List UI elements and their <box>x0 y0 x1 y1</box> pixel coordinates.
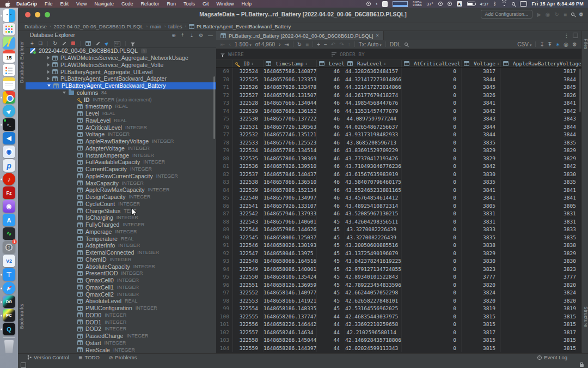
grid-cell[interactable]: 46 <box>317 107 345 116</box>
grid-cell[interactable]: 42.53164556962025 <box>345 305 402 313</box>
grid-cell[interactable]: 3829 <box>462 250 501 258</box>
grid-cell[interactable]: 3826 <box>462 92 501 100</box>
grid-cell[interactable]: 3845 <box>462 83 501 92</box>
toolwindow-database-explorer-label[interactable]: Database Explorer <box>19 41 24 83</box>
grid-cell[interactable]: 1648657886.152134 <box>264 186 317 195</box>
vscode-icon[interactable]: ◀ <box>3 132 15 144</box>
grid-cell[interactable]: 45 <box>317 273 345 281</box>
export-data-icon[interactable]: ↧ <box>540 41 544 47</box>
tree-column-item[interactable]: ChargeStatusTEXT <box>26 207 216 214</box>
breadcrumb-item[interactable]: tables <box>168 23 182 29</box>
grid-cell[interactable]: 0 <box>402 289 462 297</box>
grid-cell[interactable]: 3831 <box>501 210 581 218</box>
grid-cell[interactable]: 322531 <box>233 123 264 131</box>
record-icon[interactable] <box>366 2 371 6</box>
terminal-icon[interactable]: >_ <box>3 118 15 131</box>
grid-cell[interactable]: 3815 <box>501 345 581 353</box>
grid-cell[interactable]: 322529 <box>233 107 264 116</box>
tree-column-item[interactable]: AppleRawBatteryVoltageINTEGER <box>26 138 216 145</box>
where-filter-input[interactable]: WHERE <box>216 51 327 57</box>
grid-cell[interactable]: 0 <box>402 139 462 147</box>
reload-data-icon[interactable]: ↻ <box>297 41 302 47</box>
undo-icon[interactable]: ↶ <box>331 41 335 47</box>
grid-cell[interactable]: 1648658266.1450448 <box>264 336 317 345</box>
menu-view[interactable]: View <box>72 1 90 7</box>
grid-cell[interactable]: 3838 <box>501 242 581 250</box>
grid-cell[interactable]: 322549 <box>233 266 264 274</box>
menu-edit[interactable]: Edit <box>57 1 73 7</box>
grid-scrollbar[interactable] <box>579 69 581 112</box>
grid-cell[interactable]: 1648657986.1446261 <box>264 226 317 234</box>
netease-icon[interactable]: ♪ <box>3 173 15 185</box>
sort-indicator-icon[interactable]: ↕ <box>384 62 386 66</box>
tree-column-item[interactable]: QmaxCell1INTEGER <box>26 284 216 291</box>
temperature-indicator[interactable]: 37° <box>427 2 433 7</box>
grid-cell[interactable]: 322524 <box>233 68 264 76</box>
grid-cell[interactable]: 3842 <box>462 107 501 116</box>
grid-cell[interactable]: 3817 <box>501 68 581 76</box>
grid-cell[interactable]: 0 <box>402 226 462 234</box>
grid-cell[interactable]: 3819 <box>501 305 581 313</box>
grid-cell[interactable]: 0 <box>402 305 462 313</box>
tree-column-item[interactable]: PresentDODINTEGER <box>26 270 216 277</box>
tree-table-item[interactable]: PLBatteryAgent_EventBackward_Battery <box>26 82 216 89</box>
debug-button[interactable]: ◉ <box>546 11 550 17</box>
grid-cell[interactable]: 46 <box>317 178 345 186</box>
grid-cell[interactable]: 45 <box>317 218 345 226</box>
submit-changes-icon[interactable] <box>63 41 66 45</box>
edit-icon[interactable] <box>96 41 100 45</box>
grid-cell[interactable]: 322532 <box>233 131 264 139</box>
v2-icon[interactable]: V2 <box>3 255 15 267</box>
grid-cell[interactable]: 43.83691529709229 <box>345 147 402 155</box>
1password-icon[interactable]: ◉ <box>3 146 15 158</box>
grid-cell[interactable]: 0 <box>402 218 462 226</box>
tree-column-item[interactable]: PMUConfigurationINTEGER <box>26 305 216 312</box>
column-header-applerawbatteryvoltage[interactable]: AppleRawBatteryVoltage↕ <box>501 60 581 67</box>
grid-cell[interactable]: 0 <box>402 313 462 321</box>
grid-cell[interactable]: 44 <box>317 329 345 337</box>
grid-cell[interactable]: 45 <box>317 297 345 305</box>
grid-cell[interactable]: 0 <box>402 234 462 242</box>
grid-cell[interactable]: 1648657966.140601 <box>264 218 317 226</box>
sort-indicator-icon[interactable]: ↕ <box>497 62 499 66</box>
filezilla-icon[interactable]: Fz <box>3 186 15 199</box>
grid-cell[interactable]: 1648657786.134514 <box>264 147 317 155</box>
grid-cell[interactable]: 44.32826362484157 <box>345 68 402 76</box>
grid-cell[interactable]: 43.77370417193426 <box>345 155 402 163</box>
grid-cell[interactable]: 3844 <box>501 131 581 139</box>
grid-cell[interactable]: 322547 <box>233 250 264 258</box>
grid-cell[interactable]: 322530 <box>233 115 264 123</box>
grid-cell[interactable]: 3842 <box>501 107 581 116</box>
grid-cell[interactable]: 0 <box>402 155 462 163</box>
grid-cell[interactable]: 3841 <box>501 194 581 202</box>
tree-column-item[interactable]: DOD1INTEGER <box>26 318 216 325</box>
tree-root-datasource[interactable]: 2022-04-02_00-06_D6C8B61D.PLSQL1 <box>26 47 216 55</box>
page-size-select[interactable]: 1-500▾ <box>235 41 252 47</box>
grid-cell[interactable]: 322536 <box>233 162 264 171</box>
grid-cell[interactable]: 42.146928435718806 <box>345 336 402 345</box>
grid-cell[interactable]: 44 <box>317 313 345 321</box>
duplicate-icon[interactable]: ❏ <box>39 41 42 46</box>
cpu-monitor-widget[interactable] <box>393 1 408 7</box>
telegram-icon[interactable]: ▶ <box>3 105 15 117</box>
tree-column-item[interactable]: AbsoluteLevelREAL <box>26 298 216 305</box>
grid-cell[interactable]: 3824 <box>501 289 581 297</box>
grid-cell[interactable]: 1648657946.137933 <box>264 210 317 218</box>
grid-cell[interactable]: 46 <box>317 131 345 139</box>
grid-cell[interactable]: 43.42604298356511 <box>345 218 402 226</box>
tree-column-item[interactable]: QmaxCell2INTEGER <box>26 291 216 298</box>
finder-icon[interactable] <box>3 9 15 22</box>
grid-cell[interactable]: 3831 <box>462 210 501 218</box>
grid-cell[interactable]: 46 <box>317 202 345 210</box>
grid-cell[interactable]: 44.02654867256637 <box>345 123 402 131</box>
grid-cell[interactable]: 45 <box>317 257 345 266</box>
bluetooth-icon[interactable]: ᛒ <box>493 1 496 7</box>
timer-icon[interactable] <box>438 2 443 6</box>
grid-cell[interactable]: 322557 <box>233 329 264 337</box>
breadcrumb-item[interactable]: 2022-04-02_00-06_D6C8B61D.PLSQL <box>53 23 143 29</box>
maximize-window-button[interactable] <box>45 12 50 17</box>
grid-cell[interactable]: 1648657586.140877 <box>264 68 317 76</box>
reminders-icon[interactable] <box>3 64 15 76</box>
grid-cell[interactable]: 45 <box>317 226 345 234</box>
pin-top-icon[interactable]: Ŧ <box>548 41 552 47</box>
